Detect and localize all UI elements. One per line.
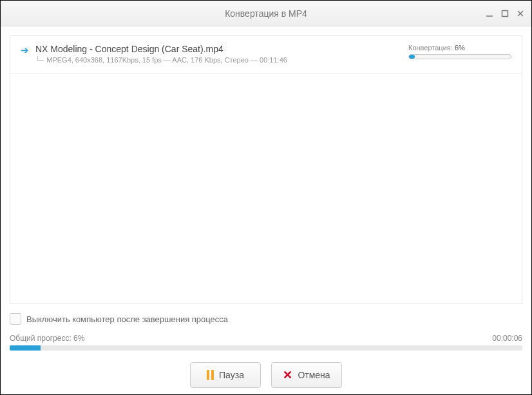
pause-button-label: Пауза xyxy=(219,370,244,380)
overall-progress-fill xyxy=(10,345,41,351)
item-status-pct: 6% xyxy=(455,44,465,52)
shutdown-label: Выключить компьютер после завершения про… xyxy=(26,314,228,324)
cancel-icon: ✕ xyxy=(283,369,292,381)
item-status-label: Конвертация: xyxy=(408,44,453,52)
tree-connector-icon: └─ xyxy=(35,56,44,64)
file-meta: MPEG4, 640x368, 1167Kbps, 15 fps — AAC, … xyxy=(46,56,287,64)
conversion-window: Конвертация в MP4 ➔ NX Modeling - Concep… xyxy=(0,0,532,395)
elapsed-time: 00:00:06 xyxy=(492,334,522,343)
file-progress-area: Конвертация: 6% xyxy=(408,44,511,59)
overall-row: Общий прогресс: 6% 00:00:06 xyxy=(10,334,522,343)
svg-rect-1 xyxy=(502,11,508,17)
shutdown-option: Выключить компьютер после завершения про… xyxy=(10,313,522,325)
file-list: ➔ NX Modeling - Concept Design (Car Seat… xyxy=(10,35,522,304)
file-info: NX Modeling - Concept Design (Car Seat).… xyxy=(35,44,395,64)
cancel-button[interactable]: ✕ Отмена xyxy=(271,362,342,388)
file-name: NX Modeling - Concept Design (Car Seat).… xyxy=(35,44,395,54)
titlebar: Конвертация в MP4 xyxy=(1,1,531,26)
item-progress-fill xyxy=(409,55,415,59)
window-title: Конвертация в MP4 xyxy=(225,8,307,19)
button-row: Пауза ✕ Отмена xyxy=(10,362,522,388)
maximize-button[interactable] xyxy=(499,8,511,19)
minimize-button[interactable] xyxy=(484,8,495,19)
overall-progress-bar xyxy=(10,345,522,351)
bottom-panel: Выключить компьютер после завершения про… xyxy=(10,304,522,388)
pause-icon xyxy=(207,370,214,380)
content-area: ➔ NX Modeling - Concept Design (Car Seat… xyxy=(1,26,531,394)
pause-button[interactable]: Пауза xyxy=(190,362,261,388)
file-item: ➔ NX Modeling - Concept Design (Car Seat… xyxy=(10,36,522,74)
item-progress-bar xyxy=(408,54,511,59)
item-status: Конвертация: 6% xyxy=(408,44,511,52)
arrow-right-icon: ➔ xyxy=(21,44,29,56)
close-button[interactable] xyxy=(515,8,526,19)
file-left: ➔ NX Modeling - Concept Design (Car Seat… xyxy=(21,44,395,64)
overall-progress-label: Общий прогресс: 6% xyxy=(10,334,84,343)
shutdown-checkbox[interactable] xyxy=(10,313,21,325)
cancel-button-label: Отмена xyxy=(298,370,330,380)
file-meta-row: └─ MPEG4, 640x368, 1167Kbps, 15 fps — AA… xyxy=(35,56,395,64)
window-controls xyxy=(484,1,526,26)
